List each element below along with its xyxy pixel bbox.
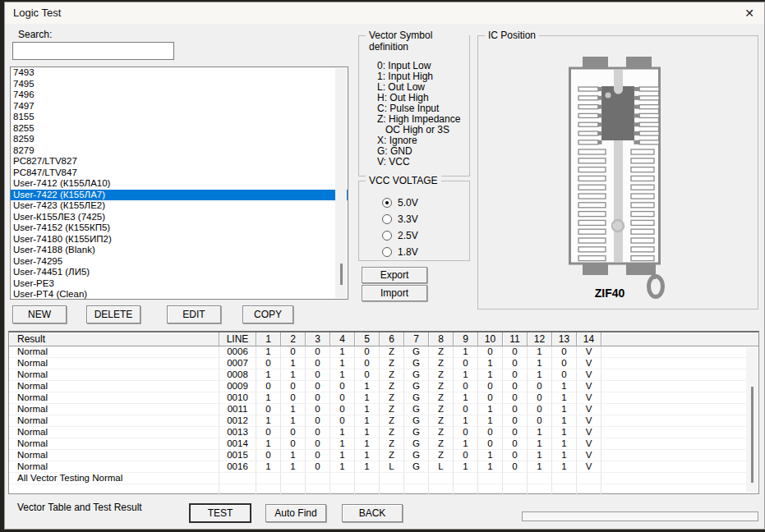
edit-button[interactable]: EDIT (167, 305, 221, 323)
table-row[interactable]: Normal001501011ZGZ01011V (9, 450, 758, 461)
line-cell: 0008 (219, 369, 256, 381)
chip-list[interactable]: 74937495749674978155825582598279PC827/LT… (10, 66, 348, 300)
vector-cell (429, 484, 454, 496)
vcc-option-label: 5.0V (398, 197, 418, 209)
socket-slot (639, 105, 659, 109)
vector-table-scrollbar[interactable] (746, 347, 758, 493)
vector-cell: 0 (478, 438, 503, 450)
socket-slot (639, 87, 659, 91)
vector-cell: 0 (306, 415, 330, 427)
vector-cell: 1 (330, 450, 355, 461)
chip-list-item[interactable]: User-74152 (К155КП5) (11, 222, 348, 234)
column-header-11: 11 (503, 332, 528, 346)
socket-bottom-tab-left (583, 264, 608, 275)
vector-cell: 0 (503, 450, 528, 461)
table-row[interactable]: Normal000701010ZGZ01010V (9, 358, 758, 369)
vector-cell: Z (380, 404, 404, 415)
socket-slot (578, 229, 606, 234)
chip-list-item[interactable]: 8155 (11, 112, 348, 123)
vector-cell: G (404, 461, 429, 473)
vector-cell: 1 (355, 381, 380, 392)
chip-list-item[interactable]: 7497 (11, 101, 348, 112)
vector-cell: 0 (256, 358, 281, 369)
chip-list-item[interactable]: 8279 (11, 145, 348, 157)
chip-list-item[interactable]: User-PE3 (11, 278, 348, 290)
vcc-option-3-3V[interactable]: 3.3V (382, 211, 469, 227)
chip-list-item[interactable]: User-74188 (Blank) (11, 245, 348, 256)
vcc-option-5-0V[interactable]: 5.0V (382, 195, 469, 211)
socket-slot (634, 131, 640, 135)
chip-list-item[interactable]: 7496 (11, 89, 348, 101)
table-row[interactable]: All Vector Testing Normal (9, 473, 758, 484)
vector-table-scroll-thumb[interactable] (751, 387, 753, 483)
vector-cell: Z (429, 404, 454, 415)
column-header-filler (601, 332, 758, 346)
vcc-option-1-8V[interactable]: 1.8V (382, 244, 469, 260)
copy-button[interactable]: COPY (242, 305, 293, 323)
chip-list-item[interactable]: User-7412 (К155ЛА10) (11, 178, 348, 190)
vcc-option-label: 3.3V (398, 213, 418, 225)
vector-symbol-group-title: Vector Symbol definition (366, 30, 469, 53)
socket-slot (634, 105, 640, 109)
table-row[interactable]: Normal000900001ZGZ00001V (9, 381, 758, 392)
back-button[interactable]: BACK (342, 504, 403, 522)
chip-list-item[interactable]: User-74451 (ЛИ5) (11, 267, 348, 278)
search-input[interactable] (12, 42, 174, 60)
socket-slot (634, 122, 640, 126)
socket-slot (578, 220, 606, 225)
table-row[interactable]: Normal001611011LGL11011V (9, 461, 758, 473)
socket-slot (578, 185, 606, 190)
chip-list-item[interactable]: 8255 (11, 123, 348, 135)
socket-slot (598, 105, 602, 109)
chip-list-scrollbar[interactable] (335, 68, 347, 298)
table-row[interactable]: Normal000811010ZGZ11010V (9, 369, 758, 381)
vector-cell: 0 (306, 450, 330, 461)
chip-list-item[interactable]: User-7423 (К155ЛЕ2) (11, 200, 348, 212)
import-button[interactable]: Import (362, 285, 427, 301)
export-button[interactable]: Export (362, 267, 427, 283)
vector-cell: 1 (330, 346, 355, 358)
socket-slot (578, 256, 606, 261)
close-icon[interactable]: ✕ (740, 4, 759, 22)
chip-list-scroll-thumb[interactable] (340, 264, 343, 285)
chip-list-item[interactable]: PC827/LTV827 (11, 156, 348, 167)
line-cell: 0016 (219, 461, 256, 473)
chip-list-item[interactable]: User-PT4 (Clean) (11, 289, 348, 300)
test-button[interactable]: TEST (190, 504, 251, 522)
vector-cell: 0 (330, 415, 355, 427)
vector-cell: 1 (478, 369, 503, 381)
table-row[interactable]: Normal001300011ZGZ00011V (9, 427, 758, 438)
result-cell: Normal (9, 358, 219, 369)
vector-cell (380, 484, 404, 496)
vector-cell: 0 (503, 392, 528, 404)
chip-list-item[interactable]: User-К155ЛЕ3 (7425) (11, 212, 348, 223)
chip-list-item[interactable]: 8259 (11, 134, 348, 145)
chip-list-item[interactable]: 7493 (11, 67, 348, 79)
chip-list-item[interactable]: User-74180 (К155ИП2) (11, 234, 348, 245)
chip-list-item[interactable]: User-74295 (11, 256, 348, 268)
vector-cell: 0 (454, 358, 478, 369)
table-row[interactable]: Normal001410011ZGZ10011V (9, 438, 758, 450)
table-row[interactable] (9, 484, 758, 496)
vector-cell: 0 (306, 461, 330, 473)
chip-list-item[interactable]: User-7422 (К155ЛА7) (11, 190, 348, 201)
delete-button[interactable]: DELETE (86, 305, 141, 323)
new-button[interactable]: NEW (12, 305, 67, 323)
vector-cell: 1 (330, 358, 355, 369)
vcc-option-2-5V[interactable]: 2.5V (382, 227, 469, 244)
chip-list-item[interactable]: PC847/LTV847 (11, 167, 348, 179)
chip-list-item[interactable]: 7495 (11, 79, 348, 90)
vcc-voltage-group-title: VCC VOLTAGE (366, 175, 441, 186)
chip-list-items: 74937495749674978155825582598279PC827/LT… (11, 67, 348, 300)
vector-cell: 1 (552, 461, 577, 473)
table-row[interactable]: Normal001010001ZGZ10001V (9, 392, 758, 404)
vector-cell: Z (380, 358, 404, 369)
auto-find-button[interactable]: Auto Find (265, 504, 326, 522)
line-cell: 0006 (219, 346, 256, 358)
vector-cell: 1 (281, 461, 306, 473)
table-row[interactable]: Normal000610010ZGZ10010V (9, 346, 758, 358)
radio-icon (382, 231, 392, 241)
socket-slot (578, 238, 606, 243)
table-row[interactable]: Normal001211001ZGZ11001V (9, 415, 758, 427)
table-row[interactable]: Normal001101001ZGZ01001V (9, 404, 758, 415)
